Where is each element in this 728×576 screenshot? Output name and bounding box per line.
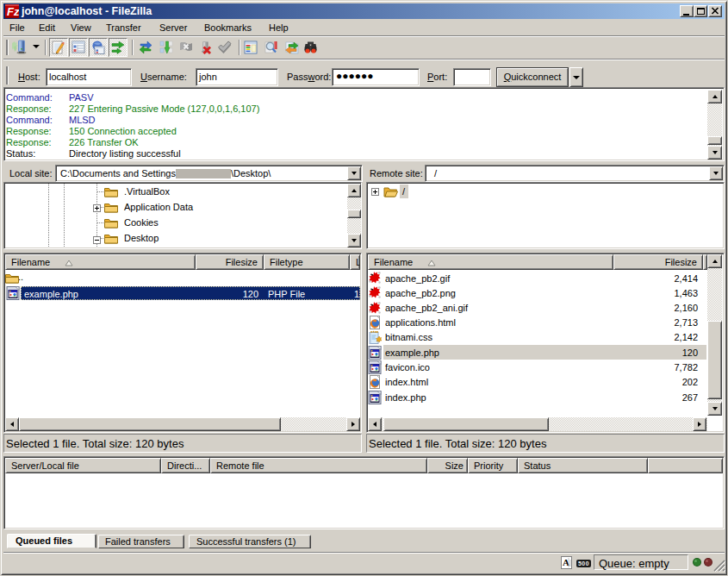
svg-text:Fz: Fz <box>7 5 19 18</box>
